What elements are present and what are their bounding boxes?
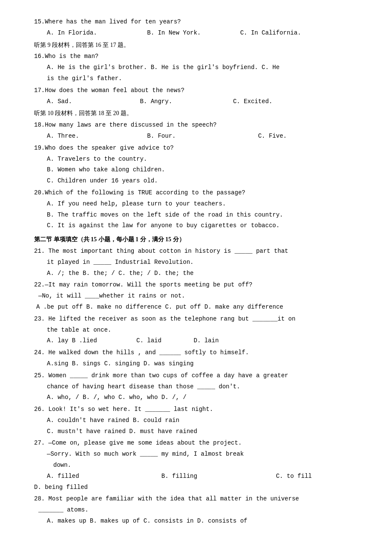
q24-opts: A.sing B. sings C. singing D. was singin… [34,359,366,369]
exam-content: 15.Where has the man lived for ten years… [34,17,366,526]
q19-optB: B. Women who take along children. [34,165,366,175]
q23-optB: C. laid [136,337,161,344]
q17-opts: A. Sad. B. Angry. C. Excited. [34,97,366,107]
q27-optC: C. to fill [276,473,312,480]
question-25: 25. Women _____ drink more than two cups… [34,371,366,403]
question-16: 16.Who is the man? A. He is the girl's b… [34,52,366,84]
q18-optC: C. Five. [258,133,287,139]
q27-optB: B. filling [161,473,197,480]
q19-optA: A. Travelers to the country. [34,154,366,165]
question-21: 21. The most important thing about cotto… [34,246,366,278]
q27-text2: —Sorry. With so much work _____ my mind,… [34,449,366,460]
q19-optC: C. Children under 16 years old. [34,176,366,186]
question-20: 20.Which of the following is TRUE accord… [34,188,366,231]
q18-optA: A. Three. [47,133,79,139]
question-23: 23. He lifted the receiver as soon as th… [34,314,366,346]
q25-text: 25. Women _____ drink more than two cups… [34,371,366,381]
q23-optA: A. lay B .lied [47,337,97,344]
question-28: 28. Most people are familiar with the id… [34,494,366,526]
section10-header: 听第 10 段材料，回答第 18 至 20 题。 [34,108,366,119]
q20-optB: B. The traffic moves on the left side of… [34,210,366,220]
q26-optA: A. couldn't have rained B. could rain [34,416,366,426]
q28-opts: A. makes up B. makes up of C. consists i… [34,516,366,526]
q21-text2: it played in _____ Industrial Revolution… [34,257,366,268]
q15-optB: B. In New York. [147,29,201,36]
q22-text: 22.—It may rain tomorrow. Will the sport… [34,280,366,290]
q17-optB: B. Angry. [140,98,172,105]
section2-header: 第二节 单项填空（共 15 小题，每小题 1 分，满分 15 分） [34,234,366,245]
q19-text: 19.Who does the speaker give advice to? [34,143,366,153]
q23-text: 23. He lifted the receiver as soon as th… [34,314,366,324]
q23-optC: D. lain [193,337,219,344]
q27-optD: D. being filled [34,483,366,493]
q23-opts: A. lay B .lied C. laid D. lain [34,336,366,346]
q16-optA2: is the girl's father. [34,74,366,84]
q27-optA: A. filled [47,473,79,480]
q20-optA: A. If you need help, please turn to your… [34,199,366,209]
q16-optA: A. He is the girl's brother. B. He is th… [34,63,366,73]
q27-text: 27. —Come on, please give me some ideas … [34,438,366,448]
question-24: 24. He walked down the hills , and _____… [34,348,366,369]
q27-text3: down. [34,460,366,471]
q26-optB: C. mustn't have rained D. must have rain… [34,427,366,437]
q17-optA: A. Sad. [47,98,72,105]
question-19: 19.Who does the speaker give advice to? … [34,143,366,186]
question-22: 22.—It may rain tomorrow. Will the sport… [34,280,366,312]
q18-text: 18.How many laws are there discussed in … [34,120,366,130]
q27-opts-line1: A. filled B. filling C. to fill [34,471,366,482]
section10-text: 听第 10 段材料，回答第 18 至 20 题。 [34,108,366,119]
section2-text: 第二节 单项填空（共 15 小题，每小题 1 分，满分 15 分） [34,234,366,245]
question-15: 15.Where has the man lived for ten years… [34,17,366,38]
q20-text: 20.Which of the following is TRUE accord… [34,188,366,198]
q21-opts: A. /; the B. the; / C. the; / D. the; th… [34,269,366,279]
q20-optC: C. It is against the law for anyone to b… [34,221,366,231]
question-18: 18.How many laws are there discussed in … [34,120,366,142]
question-26: 26. Look! It's so wet here. It _______ l… [34,405,366,436]
q28-text2: _______ atoms. [34,505,366,515]
q25-text2: chance of having heart disease than thos… [34,382,366,392]
q21-text: 21. The most important thing about cotto… [34,246,366,257]
q18-optB: B. Four. [147,133,176,139]
q15-text: 15.Where has the man lived for ten years… [34,17,366,27]
q25-opts: A. who, / B. /, who C. who, who D. /, / [34,393,366,403]
question-17: 17.How does the woman feel about the new… [34,86,366,107]
section9-text: 听第 9 段材料，回答第 16 至 17 题。 [34,40,366,50]
q17-text: 17.How does the woman feel about the new… [34,86,366,96]
q17-optC: C. Excited. [233,98,272,105]
q15-optC: C. In California. [240,29,301,36]
q23-text2: the table at once. [34,325,366,335]
section9-header: 听第 9 段材料，回答第 16 至 17 题。 [34,40,366,50]
q22-text2: —No, it will ____whether it rains or not… [34,291,366,301]
q16-text: 16.Who is the man? [34,52,366,62]
q22-opts: A .be put off B. make no difference C. p… [34,302,366,312]
q15-optA: A. In Florida. [47,29,97,36]
q26-text: 26. Look! It's so wet here. It _______ l… [34,405,366,415]
q15-opts: A. In Florida. B. In New York. C. In Cal… [34,28,366,38]
question-27: 27. —Come on, please give me some ideas … [34,438,366,492]
q28-text: 28. Most people are familiar with the id… [34,494,366,504]
q18-opts: A. Three. B. Four. C. Five. [34,131,366,142]
q24-text: 24. He walked down the hills , and _____… [34,348,366,358]
